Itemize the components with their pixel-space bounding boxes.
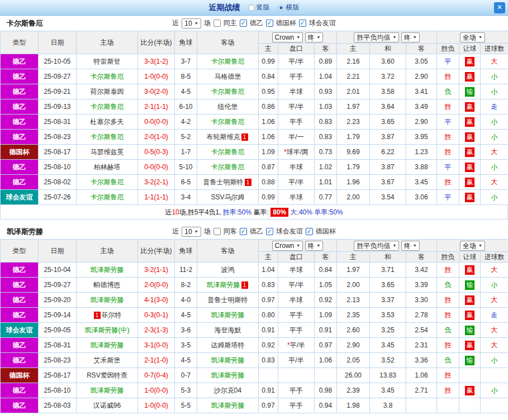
home-team-cell[interactable]: 卡尔斯鲁厄 xyxy=(77,190,138,205)
home-team-cell[interactable]: 凯泽斯劳滕 xyxy=(77,262,138,278)
away-team-cell[interactable]: 卡尔斯鲁厄 xyxy=(197,114,259,130)
team-link[interactable]: RSV爱因特查 xyxy=(87,371,127,379)
odds-company-dropdown[interactable]: Crown▼ xyxy=(272,241,303,251)
team-link[interactable]: 卡尔斯鲁厄 xyxy=(211,163,245,171)
team-link[interactable]: 汉诺威96 xyxy=(93,402,121,409)
team-link[interactable]: 普鲁士明斯特 xyxy=(208,296,248,304)
away-team-cell[interactable]: 凯泽斯劳滕 xyxy=(197,353,259,368)
team-link[interactable]: 布轮斯维克 xyxy=(207,133,240,141)
avg-dropdown[interactable]: 胜平负均值▼ xyxy=(354,241,399,251)
home-team-cell[interactable]: 卡尔斯鲁厄 xyxy=(77,69,138,84)
home-team-cell[interactable]: 杜塞尔多夫 xyxy=(77,114,138,130)
team-link[interactable]: 凯泽斯劳滕 xyxy=(91,296,124,304)
team-link[interactable]: 卡尔斯鲁厄 xyxy=(91,133,124,141)
radio-circle-icon[interactable] xyxy=(248,4,255,11)
vertical-mode-radio[interactable]: 竖版 xyxy=(248,3,270,12)
scope-dropdown[interactable]: 全场▼ xyxy=(460,241,485,251)
away-team-cell[interactable]: 纽伦堡 xyxy=(197,99,259,114)
team-link[interactable]: 卡尔斯鲁厄 xyxy=(91,73,124,80)
radio-selected-icon[interactable] xyxy=(278,4,284,11)
team-link[interactable]: 卡尔斯鲁厄 xyxy=(211,148,245,156)
away-team-cell[interactable]: 普鲁士明斯特 xyxy=(197,293,259,308)
team-link[interactable]: 帕德博恩 xyxy=(94,281,121,289)
team-link[interactable]: 卡尔斯鲁厄 xyxy=(91,103,124,111)
team-link[interactable]: 纽伦堡 xyxy=(218,103,238,111)
team-link[interactable]: 特雷斯登 xyxy=(94,58,121,65)
home-team-cell[interactable]: 卡尔斯鲁厄 xyxy=(77,175,138,190)
team-link[interactable]: 荷尔斯泰因 xyxy=(91,88,124,96)
team-link[interactable]: 凯泽斯劳滕 xyxy=(207,281,240,289)
away-team-cell[interactable]: 普鲁士明斯特1 xyxy=(197,175,259,190)
home-team-cell[interactable]: 卡尔斯鲁厄 xyxy=(77,99,138,114)
team-link[interactable]: 马格德堡 xyxy=(215,73,241,80)
league-checkbox[interactable]: ✓ xyxy=(266,228,273,235)
team-link[interactable]: 达姆斯塔特 xyxy=(211,341,245,349)
match-count-dropdown[interactable]: 10▼ xyxy=(182,227,201,237)
away-team-cell[interactable]: 卡尔斯鲁厄 xyxy=(197,160,259,175)
away-team-cell[interactable]: 马格德堡 xyxy=(197,69,259,84)
avg-time-dropdown[interactable]: 终▼ xyxy=(401,32,420,42)
home-team-cell[interactable]: 荷尔斯泰因 xyxy=(77,84,138,99)
away-team-cell[interactable]: SSV乌尔姆 xyxy=(197,190,259,205)
avg-dropdown[interactable]: 胜平负均值▼ xyxy=(354,32,399,42)
home-team-cell[interactable]: 凯泽斯劳滕 xyxy=(77,338,138,353)
home-team-cell[interactable]: 马瑟维兹英 xyxy=(77,145,138,160)
team-link[interactable]: 卡尔斯鲁厄 xyxy=(211,88,245,96)
team-link[interactable]: 艾禾斯堡 xyxy=(94,356,121,364)
team-link[interactable]: 凯泽斯劳滕(中) xyxy=(85,326,130,334)
team-link[interactable]: 波鸿 xyxy=(221,266,235,274)
home-team-cell[interactable]: 帕德博恩 xyxy=(77,278,138,293)
odds-time-dropdown[interactable]: 终▼ xyxy=(305,32,324,42)
team-link[interactable]: 卡尔斯鲁厄 xyxy=(91,193,124,201)
league-checkbox[interactable]: ✓ xyxy=(240,20,247,27)
team-link[interactable]: 马瑟维兹英 xyxy=(91,148,124,156)
same-venue-checkbox[interactable] xyxy=(213,228,221,235)
odds-company-dropdown[interactable]: Crown▼ xyxy=(272,32,303,42)
league-checkbox[interactable]: ✓ xyxy=(299,20,306,27)
team-link[interactable]: 凯泽斯劳滕 xyxy=(91,266,124,274)
avg-time-dropdown[interactable]: 终▼ xyxy=(401,241,420,251)
scope-dropdown[interactable]: 全场▼ xyxy=(460,32,485,42)
team-link[interactable]: 柏林赫塔 xyxy=(94,163,121,171)
league-checkbox[interactable]: ✓ xyxy=(266,20,273,27)
team-link[interactable]: 卡尔斯鲁厄 xyxy=(91,178,124,186)
away-team-cell[interactable]: 卡尔斯鲁厄 xyxy=(197,54,259,69)
home-team-cell[interactable]: RSV爱因特查 xyxy=(77,368,138,383)
away-team-cell[interactable]: 沙尔克04 xyxy=(197,383,259,398)
away-team-cell[interactable]: 凯泽斯劳滕 xyxy=(197,398,259,413)
close-button[interactable]: ✕ xyxy=(494,2,505,13)
horizontal-mode-radio[interactable]: 横版 xyxy=(278,3,300,12)
away-team-cell[interactable]: 卡尔斯鲁厄 xyxy=(197,145,259,160)
away-team-cell[interactable]: 凯泽斯劳滕 xyxy=(197,368,259,383)
team-link[interactable]: 凯泽斯劳滕 xyxy=(211,311,245,319)
same-venue-checkbox[interactable] xyxy=(213,20,221,27)
odds-time-dropdown[interactable]: 终▼ xyxy=(305,241,324,251)
team-link[interactable]: 菲尔特 xyxy=(102,311,122,319)
home-team-cell[interactable]: 柏林赫塔 xyxy=(77,160,138,175)
team-link[interactable]: 凯泽斯劳滕 xyxy=(91,386,124,394)
team-link[interactable]: 普鲁士明斯特 xyxy=(203,178,244,186)
team-link[interactable]: 凯泽斯劳滕 xyxy=(211,356,245,364)
home-team-cell[interactable]: 卡尔斯鲁厄 xyxy=(77,130,138,145)
team-link[interactable]: 卡尔斯鲁厄 xyxy=(211,58,245,65)
home-team-cell[interactable]: 凯泽斯劳滕(中) xyxy=(77,323,138,338)
team-link[interactable]: 杜塞尔多夫 xyxy=(91,118,124,126)
away-team-cell[interactable]: 凯泽斯劳滕1 xyxy=(197,278,259,293)
team-link[interactable]: SSV乌尔姆 xyxy=(211,193,244,201)
team-link[interactable]: 凯泽斯劳滕 xyxy=(211,371,245,379)
home-team-cell[interactable]: 艾禾斯堡 xyxy=(77,353,138,368)
team-link[interactable]: 沙尔克04 xyxy=(214,386,241,394)
team-link[interactable]: 卡尔斯鲁厄 xyxy=(211,118,245,126)
away-team-cell[interactable]: 海登海默 xyxy=(197,323,259,338)
home-team-cell[interactable]: 汉诺威96 xyxy=(77,398,138,413)
away-team-cell[interactable]: 卡尔斯鲁厄 xyxy=(197,84,259,99)
league-checkbox[interactable]: ✓ xyxy=(240,228,247,235)
away-team-cell[interactable]: 达姆斯塔特 xyxy=(197,338,259,353)
home-team-cell[interactable]: 凯泽斯劳滕 xyxy=(77,383,138,398)
home-team-cell[interactable]: 1菲尔特 xyxy=(77,308,138,323)
league-checkbox[interactable]: ✓ xyxy=(306,228,313,235)
away-team-cell[interactable]: 波鸿 xyxy=(197,262,259,278)
away-team-cell[interactable]: 布轮斯维克1 xyxy=(197,130,259,145)
away-team-cell[interactable]: 凯泽斯劳滕 xyxy=(197,308,259,323)
match-count-dropdown[interactable]: 10▼ xyxy=(182,18,201,28)
